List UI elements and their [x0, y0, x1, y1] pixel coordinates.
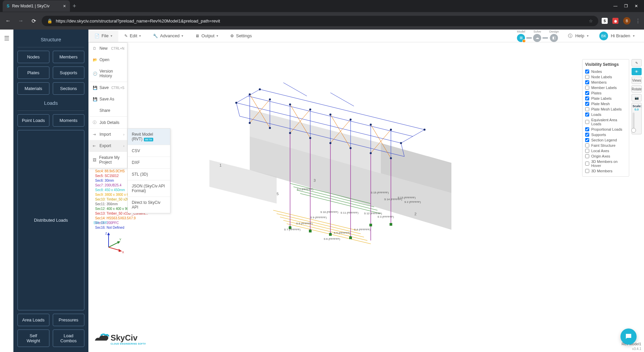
visibility-checkbox[interactable]: [585, 91, 589, 95]
distributed-loads-button[interactable]: Distributed Loads: [17, 130, 84, 310]
help-menu-button[interactable]: ⓘ Help: [563, 33, 594, 39]
moments-button[interactable]: Moments: [53, 114, 85, 127]
file-save-as[interactable]: 💾Save As: [89, 93, 127, 105]
visibility-item[interactable]: Faint Structure: [585, 143, 626, 148]
visibility-checkbox[interactable]: [585, 154, 589, 158]
visibility-checkbox[interactable]: [585, 86, 589, 90]
visibility-item[interactable]: Node Labels: [585, 74, 626, 80]
file-export[interactable]: ⇤Export›: [89, 140, 127, 151]
export-csv[interactable]: CSV: [128, 145, 170, 157]
visibility-item[interactable]: Member Labels: [585, 85, 626, 90]
canvas-viewport[interactable]: Sec1: 600 x 600 x 900m...Sec2: 200UB25.4…: [88, 42, 644, 352]
edit-menu-button[interactable]: ✎ Edit: [118, 30, 147, 42]
file-version-history[interactable]: 🕘Version History: [89, 65, 127, 82]
point-loads-button[interactable]: Point Loads: [17, 114, 49, 127]
sections-button[interactable]: Sections: [53, 82, 85, 95]
browser-profile-icon[interactable]: B: [623, 17, 631, 25]
file-feature-project[interactable]: 🖼Feature My Project: [89, 152, 127, 168]
visibility-item[interactable]: Plates: [585, 90, 626, 96]
visibility-item[interactable]: Origin Axes: [585, 153, 626, 159]
file-save[interactable]: 💾SaveCTRL+S: [89, 82, 127, 93]
visibility-item[interactable]: Plate Labels: [585, 96, 626, 101]
export-dxf[interactable]: DXF: [128, 157, 170, 168]
supports-button[interactable]: Supports: [53, 67, 85, 79]
visibility-checkbox[interactable]: [585, 80, 589, 84]
visibility-item[interactable]: Nodes: [585, 69, 626, 74]
visibility-checkbox[interactable]: [585, 133, 589, 137]
materials-button[interactable]: Materials: [17, 82, 49, 95]
pressures-button[interactable]: Pressures: [53, 314, 85, 326]
window-maximize-icon[interactable]: ❐: [624, 4, 628, 8]
visibility-item[interactable]: Proportional Loads: [585, 127, 626, 132]
visibility-item[interactable]: Section Legend: [585, 137, 626, 143]
visibility-item[interactable]: Plate Mesh Labels: [585, 106, 626, 112]
file-menu-button[interactable]: 📄 File: [88, 30, 118, 42]
back-icon[interactable]: ←: [3, 18, 13, 24]
camera-icon[interactable]: 📷: [632, 94, 642, 101]
visibility-checkbox[interactable]: [585, 162, 589, 166]
output-menu-button[interactable]: 🖥 Output: [189, 30, 224, 42]
visibility-checkbox[interactable]: [585, 169, 589, 173]
visibility-item[interactable]: 3D Members: [585, 168, 626, 174]
file-import[interactable]: ⇥Import›: [89, 129, 127, 140]
file-new[interactable]: 🗋NewCTRL+N: [89, 43, 127, 54]
visibility-checkbox[interactable]: [585, 127, 589, 131]
settings-button[interactable]: ⚙ Settings: [224, 30, 258, 42]
file-job-details[interactable]: ⓘJob Details: [89, 117, 127, 128]
nodes-button[interactable]: Nodes: [17, 51, 49, 63]
tab-close-icon[interactable]: ×: [63, 3, 66, 9]
eye-tool-icon[interactable]: 👁: [632, 68, 642, 75]
extension-s-icon[interactable]: S: [602, 18, 608, 24]
new-tab-icon[interactable]: +: [73, 3, 76, 10]
url-bar[interactable]: 🔒 https://dev.skyciv.com/structural?prel…: [42, 16, 598, 26]
browser-tab[interactable]: S Rev Model1 | SkyCiv ×: [3, 0, 70, 12]
export-json[interactable]: JSON (SkyCiv API Format): [128, 180, 170, 196]
export-revit[interactable]: Revit Model (RVT)BETA: [128, 129, 170, 145]
visibility-checkbox[interactable]: [585, 138, 589, 142]
members-button[interactable]: Members: [53, 51, 85, 63]
visibility-checkbox[interactable]: [585, 96, 589, 100]
visibility-checkbox[interactable]: [585, 149, 589, 153]
advanced-menu-button[interactable]: 🔧 Advanced: [147, 30, 189, 42]
scale-slider[interactable]: [633, 113, 635, 133]
file-open[interactable]: 📂Open: [89, 54, 127, 65]
visibility-item[interactable]: Equivalent Area Loads: [585, 117, 626, 127]
visibility-checkbox[interactable]: [585, 107, 589, 111]
forward-icon[interactable]: →: [16, 18, 26, 24]
extension-shield-icon[interactable]: ◉: [612, 18, 618, 24]
plates-button[interactable]: Plates: [17, 67, 49, 79]
visibility-item[interactable]: Loads: [585, 112, 626, 117]
visibility-item[interactable]: Plate Mesh: [585, 101, 626, 106]
stage-design-icon[interactable]: ◧: [550, 34, 558, 42]
visibility-checkbox[interactable]: [585, 70, 589, 74]
star-icon[interactable]: ☆: [589, 18, 593, 24]
hamburger-icon[interactable]: ☰: [4, 35, 9, 352]
self-weight-button[interactable]: Self Weight: [17, 329, 49, 347]
area-loads-button[interactable]: Area Loads: [17, 314, 49, 326]
window-minimize-icon[interactable]: —: [613, 4, 617, 8]
visibility-checkbox[interactable]: [585, 102, 589, 106]
visibility-item[interactable]: 3D Members on Hover: [585, 159, 626, 168]
stage-solve-icon[interactable]: ☁: [533, 34, 541, 42]
window-close-icon[interactable]: ✕: [635, 4, 638, 8]
visibility-checkbox[interactable]: [585, 120, 589, 124]
pencil-tool-icon[interactable]: ✎: [632, 59, 642, 67]
visibility-checkbox[interactable]: [585, 143, 589, 147]
load-combos-button[interactable]: Load Combos: [53, 329, 85, 347]
structural-model[interactable]: 1 3 5 2: [183, 66, 451, 257]
rotate-button[interactable]: Rotate: [632, 85, 642, 93]
export-direct-api[interactable]: Direct to SkyCiv API: [128, 197, 170, 213]
export-stl[interactable]: STL (3D): [128, 169, 170, 180]
views-button[interactable]: Views: [632, 77, 642, 84]
visibility-item[interactable]: Local Axes: [585, 148, 626, 153]
chat-bubble-icon[interactable]: [620, 328, 637, 345]
axis-gizmo[interactable]: Z Y X: [102, 230, 125, 254]
reload-icon[interactable]: ⟳: [29, 18, 38, 24]
browser-menu-icon[interactable]: ⋮: [635, 18, 641, 24]
user-menu-button[interactable]: BK Hi Braden: [594, 32, 644, 40]
visibility-item[interactable]: Supports: [585, 132, 626, 137]
visibility-item[interactable]: Members: [585, 80, 626, 85]
visibility-checkbox[interactable]: [585, 75, 589, 79]
file-share[interactable]: Share: [89, 105, 127, 116]
visibility-checkbox[interactable]: [585, 113, 589, 117]
